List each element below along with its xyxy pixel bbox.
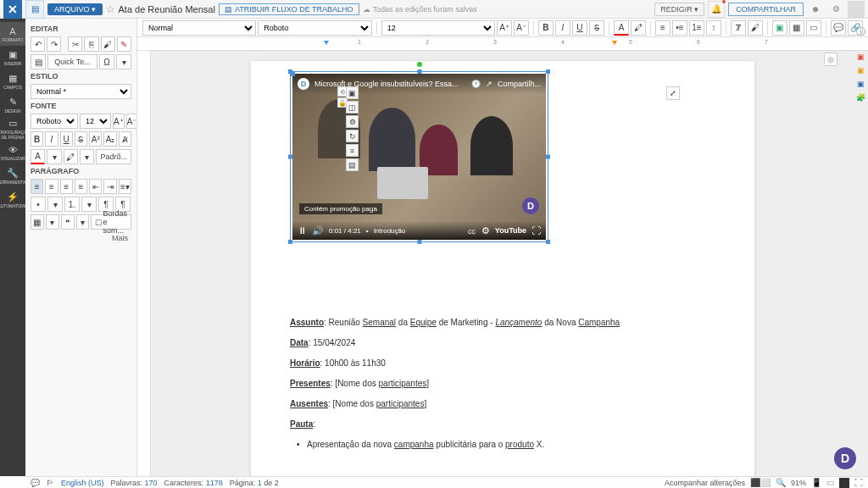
bell-icon[interactable]: 🔔: [708, 1, 725, 18]
align-center-icon[interactable]: ≡: [45, 179, 58, 194]
horizontal-ruler[interactable]: 1 2 3 4 5 6 7: [137, 37, 868, 51]
phone-view-icon[interactable]: 📱: [811, 478, 821, 487]
replace-icon[interactable]: ↻: [346, 130, 359, 142]
quote-icon[interactable]: ❝: [61, 214, 75, 230]
tb-size[interactable]: 12: [381, 20, 495, 36]
channel-watermark-icon[interactable]: D: [522, 197, 539, 214]
settings-obj-icon[interactable]: ⚙: [346, 115, 359, 128]
special-char-icon[interactable]: Ω: [99, 54, 114, 69]
sidebar-campos[interactable]: ▦CAMPOS: [0, 69, 25, 93]
resize-handle[interactable]: [417, 240, 421, 244]
flag-icon[interactable]: 🏳: [47, 479, 54, 487]
indent-inc-icon[interactable]: ⇥: [103, 179, 116, 194]
tb-paint-icon[interactable]: 🖌: [748, 20, 763, 36]
language[interactable]: English (US): [61, 479, 104, 487]
italic-icon[interactable]: I: [45, 131, 58, 147]
youtube-logo-icon[interactable]: YouTube: [495, 226, 526, 235]
tb-highlight-icon[interactable]: 🖍: [631, 20, 646, 36]
close-button[interactable]: ✕: [3, 0, 22, 19]
app-icon[interactable]: ▤: [25, 0, 44, 19]
sidebar-config[interactable]: ▭CONFIGURAÇÃO DE PÁGINA: [0, 117, 25, 141]
track-changes[interactable]: Acompanhar alterações: [665, 479, 745, 487]
web-view-icon[interactable]: ▭: [826, 478, 834, 487]
share-button[interactable]: COMPARTILHAR: [728, 3, 804, 16]
notes-icon[interactable]: ▣: [854, 64, 866, 76]
quick-text[interactable]: Quick Te...: [47, 54, 97, 69]
sidebar-ferramentas[interactable]: 🔧FERRAMENTAS: [0, 164, 25, 188]
doc-title[interactable]: Ata de Reunião Mensal: [119, 4, 215, 14]
video-settings-icon[interactable]: ⚙: [481, 225, 490, 236]
style-select[interactable]: Normal *: [31, 84, 131, 99]
compose-button[interactable]: REDIGIR ▾: [654, 3, 704, 16]
chat-icon[interactable]: 💬: [31, 479, 40, 487]
fullscreen-icon[interactable]: ⛶: [531, 225, 541, 236]
dropdown2[interactable]: ▾: [47, 149, 61, 164]
feedback-icon[interactable]: ☻: [807, 1, 824, 18]
spacing-icon[interactable]: ≡▾: [119, 179, 131, 194]
channel-logo-icon[interactable]: D: [298, 78, 309, 90]
highlight-icon[interactable]: 🖍: [64, 149, 78, 164]
toggle-icon[interactable]: ⬛⬜: [750, 478, 771, 487]
tb-strike-icon[interactable]: S̶: [589, 20, 604, 36]
paint-icon[interactable]: 🖌: [101, 36, 115, 52]
tb-image-icon[interactable]: ▣: [772, 20, 787, 36]
avatar[interactable]: [848, 1, 865, 18]
zoom-level[interactable]: 91%: [791, 479, 806, 487]
video-player[interactable]: D Microsoft e Google insubstituíveis? Es…: [292, 74, 546, 240]
tb-inc-font-icon[interactable]: A⁺: [497, 20, 512, 36]
pause-icon[interactable]: ⏸: [298, 225, 307, 236]
blogger-icon[interactable]: ▣: [854, 51, 866, 63]
subscript-icon[interactable]: A₂: [103, 131, 116, 147]
rotation-handle[interactable]: [417, 62, 422, 67]
clear-format-icon[interactable]: A̷: [119, 131, 131, 147]
superscript-icon[interactable]: A²: [89, 131, 102, 147]
dd7[interactable]: ▾: [76, 214, 90, 230]
align-justify-icon[interactable]: ≡: [75, 179, 87, 194]
file-menu[interactable]: ARQUIVO ▾: [47, 3, 103, 15]
tb-dec-font-icon[interactable]: A⁻: [514, 20, 529, 36]
resize-handle[interactable]: [546, 155, 550, 159]
bordas[interactable]: ▢ Bordas e som...: [91, 214, 131, 230]
settings-icon[interactable]: ⚙: [827, 1, 844, 18]
tb-list-icon[interactable]: •≡: [672, 20, 687, 36]
resize-handle[interactable]: [546, 69, 550, 74]
tb-clear-icon[interactable]: T̷: [731, 20, 746, 36]
captions-icon[interactable]: ㏄: [467, 225, 476, 237]
mais-link[interactable]: Mais: [31, 232, 131, 244]
tb-font[interactable]: Roboto: [258, 20, 371, 36]
sidebar-automatizar[interactable]: ⚡AUTOMATIZAR: [0, 188, 25, 212]
dropdown3[interactable]: ▾: [80, 149, 94, 164]
workflow-button[interactable]: ▤ ATRIBUIR FLUXO DE TRABALHO: [219, 3, 359, 15]
favorite-icon[interactable]: ☆: [106, 3, 115, 15]
sidebar-inserir[interactable]: ▣INSERIR: [0, 46, 25, 69]
volume-icon[interactable]: 🔊: [312, 225, 324, 236]
contacts-icon[interactable]: ▣: [854, 78, 866, 90]
resize-handle[interactable]: [288, 69, 292, 74]
document-body[interactable]: Assunto: Reunião Semanal da Equipe de Ma…: [290, 315, 715, 458]
tb-table-icon[interactable]: ▦: [789, 20, 804, 36]
share-video-icon[interactable]: ↗: [486, 80, 492, 88]
underline-icon[interactable]: U: [60, 131, 73, 147]
wrap-icon[interactable]: ▣: [346, 86, 359, 99]
size-select[interactable]: 12: [80, 114, 111, 129]
padroes[interactable]: Padrõ...: [96, 149, 131, 164]
font-color-icon[interactable]: A: [31, 149, 45, 164]
tb-align-icon[interactable]: ≡: [655, 20, 670, 36]
redo-icon[interactable]: ↷: [47, 36, 61, 52]
list-number-icon[interactable]: 1.: [64, 197, 80, 212]
extension-icon[interactable]: 🧩: [854, 92, 866, 103]
tb-underline-icon[interactable]: U: [572, 20, 587, 36]
tb-style[interactable]: Normal: [142, 20, 256, 36]
marker-icon[interactable]: ✎: [117, 36, 131, 52]
more-obj-icon[interactable]: ▤: [346, 158, 359, 171]
increase-font-icon[interactable]: A⁺: [113, 114, 125, 129]
tb-bold-icon[interactable]: B: [538, 20, 554, 36]
outline-toggle-icon[interactable]: ◎: [824, 53, 837, 66]
resize-handle[interactable]: [546, 240, 550, 244]
shading-icon[interactable]: ▦: [31, 214, 44, 230]
bold-icon[interactable]: B: [31, 131, 43, 147]
align-obj-icon[interactable]: ≡: [346, 144, 359, 157]
copy-icon[interactable]: ⎘: [84, 36, 98, 52]
font-select[interactable]: Roboto: [31, 114, 78, 129]
tb-comment-icon[interactable]: 💬: [831, 20, 846, 36]
